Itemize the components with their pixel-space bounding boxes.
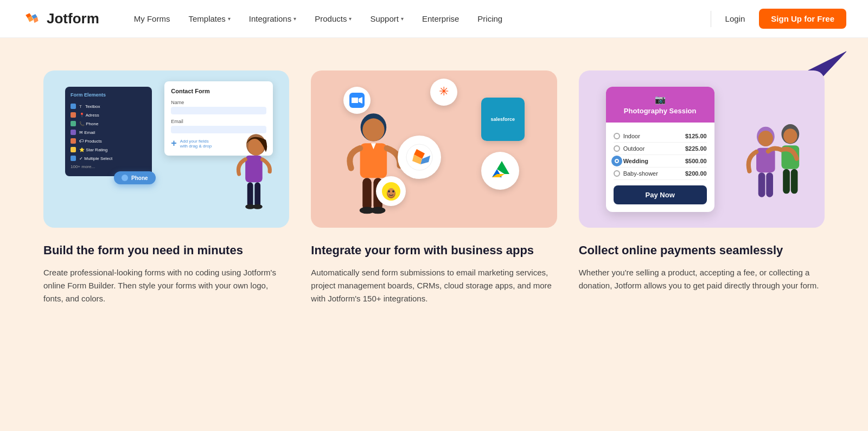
camera-icon: 📷: [614, 94, 707, 105]
panel-item-more: 100+ more...: [71, 163, 146, 171]
payment-illustration: 📷 Photography Session Indoor $125.00: [579, 70, 825, 228]
pay-now-button[interactable]: Pay Now: [614, 185, 707, 204]
svg-point-10: [363, 118, 385, 141]
panel-item-star-rating: ⭐ Star Rating: [71, 145, 146, 154]
svg-point-34: [783, 128, 797, 143]
form-preview-title: Contact Form: [171, 88, 266, 94]
card-desc-payments: Whether you're selling a product, accept…: [579, 266, 825, 292]
radio-babyshower: [614, 170, 620, 177]
zoom-app-icon: [343, 87, 371, 114]
integrations-chevron-icon: ▾: [293, 16, 296, 22]
logo[interactable]: Jotform: [22, 9, 99, 29]
logo-text: Jotform: [47, 10, 99, 27]
card-title-form-builder: Build the form you need in minutes: [43, 243, 289, 259]
card-desc-form-builder: Create professional-looking forms with n…: [43, 266, 289, 305]
nav-right: Login Sign Up for Free: [717, 9, 846, 29]
svg-point-15: [371, 207, 386, 214]
header: Jotform My Forms Templates ▾ Integration…: [0, 0, 868, 38]
panel-item-address: 📍 Adress: [71, 111, 146, 119]
nav-templates[interactable]: Templates ▾: [181, 10, 238, 28]
card-form-builder: Form Elements T Textbox 📍 Adress: [43, 70, 289, 305]
radio-indoor: [614, 133, 620, 139]
main-content: Form Elements T Textbox 📍 Adress: [0, 38, 868, 431]
nav-pricing[interactable]: Pricing: [470, 10, 510, 28]
payment-form-body: Indoor $125.00 Outdoor $225.00: [606, 123, 714, 212]
cards-grid: Form Elements T Textbox 📍 Adress: [43, 70, 825, 305]
jotform-app-icon: [398, 136, 441, 179]
payment-form-header: 📷 Photography Session: [606, 87, 714, 123]
nav-products[interactable]: Products ▾: [307, 10, 359, 28]
login-button[interactable]: Login: [717, 10, 754, 28]
nav-enterprise[interactable]: Enterprise: [414, 10, 467, 28]
card-title-payments: Collect online payments seamlessly: [579, 243, 825, 259]
card-integrations: ✳ salesforce: [311, 70, 557, 305]
nav-support[interactable]: Support ▾: [362, 10, 411, 28]
logo-icon: [22, 9, 41, 29]
card-title-integrations: Integrate your form with business apps: [311, 243, 557, 259]
templates-chevron-icon: ▾: [228, 16, 231, 22]
svg-rect-4: [246, 156, 263, 183]
radio-outdoor: [614, 145, 620, 152]
card-payments: 📷 Photography Session Indoor $125.00: [579, 70, 825, 305]
drag-text: Add your fieldswith drag & drop: [180, 139, 212, 149]
card-desc-integrations: Automatically send form submissions to e…: [311, 266, 557, 305]
person-illustration: [224, 130, 278, 228]
phone-badge: Phone: [114, 171, 156, 184]
svg-point-27: [392, 190, 394, 192]
radio-wedding: [614, 158, 620, 164]
mailchimp-app-icon: [376, 176, 406, 206]
main-nav: My Forms Templates ▾ Integrations ▾ Prod…: [126, 10, 705, 28]
card-image-integrations: ✳ salesforce: [311, 70, 557, 228]
panel-item-products: 🏷 Products: [71, 137, 146, 145]
card-image-payments: 📷 Photography Session Indoor $125.00: [579, 70, 825, 228]
signup-button[interactable]: Sign Up for Free: [759, 9, 846, 29]
svg-rect-12: [363, 178, 372, 210]
panel-item-multiple-select: ✓ Multiple Select: [71, 154, 146, 163]
products-chevron-icon: ▾: [349, 16, 352, 22]
integration-illustration: ✳ salesforce: [311, 70, 557, 228]
payment-people-illustration: [738, 119, 808, 228]
asterisk-app-icon: ✳: [430, 79, 457, 106]
panel-item-email: ✉ Email: [71, 128, 146, 137]
nav-my-forms[interactable]: My Forms: [126, 10, 178, 28]
nav-divider: [711, 11, 711, 27]
svg-rect-36: [783, 169, 790, 194]
card-image-form-builder: Form Elements T Textbox 📍 Adress: [43, 70, 289, 228]
phone-dot: [122, 175, 128, 181]
panel-title: Form Elements: [71, 92, 146, 98]
payment-option-outdoor: Outdoor $225.00: [614, 143, 707, 155]
svg-point-8: [253, 204, 263, 209]
panel-item-textbox: T Textbox: [71, 102, 146, 111]
payment-form-widget: 📷 Photography Session Indoor $125.00: [606, 87, 714, 212]
svg-rect-30: [756, 148, 775, 172]
salesforce-app-icon: salesforce: [481, 98, 525, 141]
payment-option-babyshower: Baby-shower $200.00: [614, 168, 707, 180]
svg-rect-6: [255, 182, 261, 207]
svg-rect-37: [791, 169, 798, 194]
payment-option-wedding: Wedding $500.00: [614, 155, 707, 168]
svg-rect-31: [758, 172, 765, 197]
svg-point-29: [758, 131, 773, 146]
svg-rect-32: [766, 172, 773, 197]
form-elements-panel: Form Elements T Textbox 📍 Adress: [65, 87, 152, 176]
payment-form-title: Photography Session: [614, 107, 707, 115]
payment-option-indoor: Indoor $125.00: [614, 130, 707, 143]
nav-integrations[interactable]: Integrations ▾: [241, 10, 304, 28]
svg-text:✳: ✳: [439, 85, 449, 98]
panel-item-phone: 📞 Phone: [71, 119, 146, 128]
plus-icon: +: [171, 138, 177, 149]
form-builder-illustration: Form Elements T Textbox 📍 Adress: [43, 70, 289, 228]
support-chevron-icon: ▾: [401, 16, 404, 22]
svg-rect-5: [247, 182, 253, 207]
svg-point-26: [388, 190, 390, 192]
form-field-name: Name: [171, 100, 266, 114]
google-drive-app-icon: [481, 152, 519, 190]
